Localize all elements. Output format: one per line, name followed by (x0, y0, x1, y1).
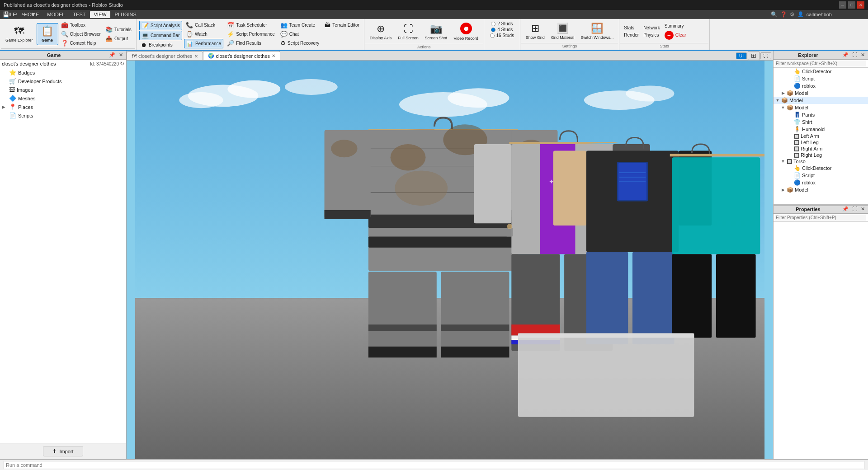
studs-4-radio[interactable] (491, 28, 495, 32)
meshes-item[interactable]: 🔷 Meshes (0, 94, 126, 103)
exp-model-4[interactable]: ▶ 📦 Model (774, 186, 868, 193)
exp-left-leg[interactable]: 🔲 Left Leg (774, 139, 868, 146)
team-create-button[interactable]: 👥 Team Create (278, 21, 321, 29)
summary-button[interactable]: Summary (663, 23, 688, 29)
display-axis-button[interactable]: ⊕ Display Axis (367, 21, 395, 42)
script-performance-button[interactable]: ⚡ Script Performance (225, 30, 277, 38)
render-button[interactable]: Render (622, 32, 641, 38)
menu-plugins[interactable]: PLUGINS (111, 11, 140, 18)
command-input[interactable] (4, 461, 864, 469)
developer-products-item[interactable]: 🛒 Developer Products (0, 77, 126, 85)
command-bar-button[interactable]: 💻 Command Bar (139, 31, 182, 40)
clear-button[interactable]: – Clear (663, 30, 688, 41)
import-button[interactable]: ⬆ Import (43, 446, 83, 456)
properties-expand-button[interactable]: ⛶ (851, 206, 859, 212)
game-search-input[interactable] (2, 61, 89, 66)
panel-pin-button[interactable]: 📌 (108, 52, 117, 58)
explorer-resize-handle[interactable] (773, 204, 868, 206)
studs-4-option[interactable]: 4 Studs (491, 27, 513, 33)
scripts-item[interactable]: 📄 Scripts (0, 111, 126, 120)
menu-view[interactable]: VIEW (90, 11, 110, 18)
refresh-button[interactable]: ↻ (120, 61, 124, 67)
tutorials-button[interactable]: 📚 Tutorials (104, 25, 133, 34)
explorer-close-button[interactable]: ✕ (859, 52, 866, 58)
properties-pin-button[interactable]: 📌 (841, 206, 850, 212)
exp-humanoid[interactable]: 🧍 Humanoid (774, 126, 868, 133)
places-item[interactable]: ▶ 📍 Places (0, 103, 126, 111)
studs-2-option[interactable]: 2 Studs (491, 21, 513, 27)
minimize-button[interactable]: ─ (839, 1, 846, 9)
studs-16-radio[interactable] (490, 33, 495, 38)
network-button[interactable]: Network (642, 24, 662, 31)
full-screen-button[interactable]: ⛶ Full Screen (395, 21, 421, 42)
output-button[interactable]: 📤 Output (104, 34, 133, 43)
exp-pants[interactable]: 👖 Pants (774, 111, 868, 118)
exp-model-3[interactable]: ▼ 📦 Model (774, 104, 868, 111)
physics-button[interactable]: Physics (642, 32, 662, 38)
exp-roblox-1[interactable]: 🔵 roblox (774, 82, 868, 89)
task-scheduler-button[interactable]: 📅 Task Scheduler (225, 21, 277, 29)
exp-torso[interactable]: ▼ 🔲 Torso (774, 158, 868, 164)
properties-close-button[interactable]: ✕ (859, 206, 866, 212)
close-button[interactable]: ✕ (857, 1, 864, 9)
stats-button[interactable]: Stats (622, 24, 641, 31)
exp-script-2[interactable]: 📄 Script (774, 172, 868, 179)
watch-button[interactable]: ⌚ Watch (184, 30, 223, 38)
ar-toggle-button[interactable]: ⊞ (748, 51, 760, 60)
explorer-button[interactable]: 🗺 Game Explorer (3, 24, 36, 45)
properties-search-input[interactable] (775, 215, 866, 221)
toolbox-button[interactable]: 🧰 Toolbox (59, 21, 103, 29)
explorer-expand-button[interactable]: ⛶ (851, 52, 859, 58)
screen-shot-button[interactable]: 📷 Screen Shot (422, 21, 450, 42)
grid-material-button[interactable]: 🔳 Grid Material (548, 21, 577, 42)
tab-0[interactable]: 🗺 closet's designer clothes ✕ (127, 52, 203, 60)
maximize-view-button[interactable]: ⛶ (760, 52, 771, 59)
video-record-button[interactable]: ⏺ Video Record (451, 21, 481, 43)
exp-shirt[interactable]: 👕 Shirt (774, 118, 868, 126)
undo-button[interactable]: ↩ (11, 10, 19, 19)
search-icon[interactable]: 🔍 (771, 11, 778, 18)
panel-close-button[interactable]: ✕ (118, 52, 124, 58)
settings-icon[interactable]: ⚙ (790, 11, 795, 18)
ui-toggle-button[interactable]: UI (736, 52, 747, 59)
tab-0-close[interactable]: ✕ (194, 54, 198, 59)
studs-16-option[interactable]: 16 Studs (490, 33, 514, 38)
exp-click-detector-2[interactable]: 👆 ClickDetector (774, 164, 868, 172)
show-grid-button[interactable]: ⊞ Show Grid (523, 21, 547, 42)
maximize-button[interactable]: □ (848, 1, 855, 9)
exp-model-1[interactable]: ▶ 📦 Model (774, 89, 868, 97)
main-viewport[interactable]: ✦ ✦ (127, 61, 773, 459)
exp-roblox-2[interactable]: 🔵 roblox (774, 179, 868, 186)
badges-item[interactable]: ⭐ Badges (0, 68, 126, 77)
tab-1[interactable]: 🌍 closet's designer clothes ✕ (203, 51, 281, 60)
exp-right-arm[interactable]: 🔲 Right Arm (774, 146, 868, 152)
help-icon[interactable]: ❓ (780, 11, 787, 18)
exp-model-2[interactable]: ▼ 📦 Model (774, 97, 868, 104)
menu-test[interactable]: TEST (69, 11, 89, 18)
performance-button[interactable]: 📊 Performance (184, 39, 223, 48)
breakpoints-button[interactable]: ⏺ Breakpoints (139, 41, 182, 49)
object-browser-button[interactable]: 🔍 Object Browser (59, 30, 103, 38)
chat-button[interactable]: 💬 Chat (278, 30, 321, 38)
properties-button[interactable]: 📋 Game (37, 23, 58, 45)
exp-click-detector-1[interactable]: 👆 ClickDetector (774, 68, 868, 75)
explorer-search-input[interactable] (775, 61, 866, 66)
exp-left-arm[interactable]: 🔲 Left Arm (774, 133, 868, 139)
explorer-pin-button[interactable]: 📌 (841, 52, 850, 58)
exp-script-1[interactable]: 📄 Script (774, 75, 868, 82)
call-stack-button[interactable]: 📞 Call Stack (184, 21, 223, 29)
tab-1-close[interactable]: ✕ (272, 53, 275, 58)
exp-right-leg[interactable]: 🔲 Right Leg (774, 152, 868, 158)
terrain-editor-button[interactable]: 🏔 Terrain Editor (323, 21, 361, 29)
find-results-button[interactable]: 🔎 Find Results (225, 39, 277, 47)
script-analysis-button[interactable]: 📝 Script Analysis (139, 21, 182, 30)
save-button[interactable]: 💾 (2, 10, 10, 19)
qa-more-button[interactable]: ▼ (29, 10, 37, 19)
images-item[interactable]: 🖼 Images (0, 85, 126, 94)
context-help-button[interactable]: ❓ Context Help (59, 39, 103, 47)
script-recovery-button[interactable]: ♻ Script Recovery (278, 39, 321, 47)
switch-windows-button[interactable]: 🪟 Switch Windows... (578, 21, 616, 42)
redo-button[interactable]: ↪ (20, 10, 28, 19)
studs-2-radio[interactable] (491, 22, 495, 26)
menu-model[interactable]: MODEL (43, 11, 68, 18)
